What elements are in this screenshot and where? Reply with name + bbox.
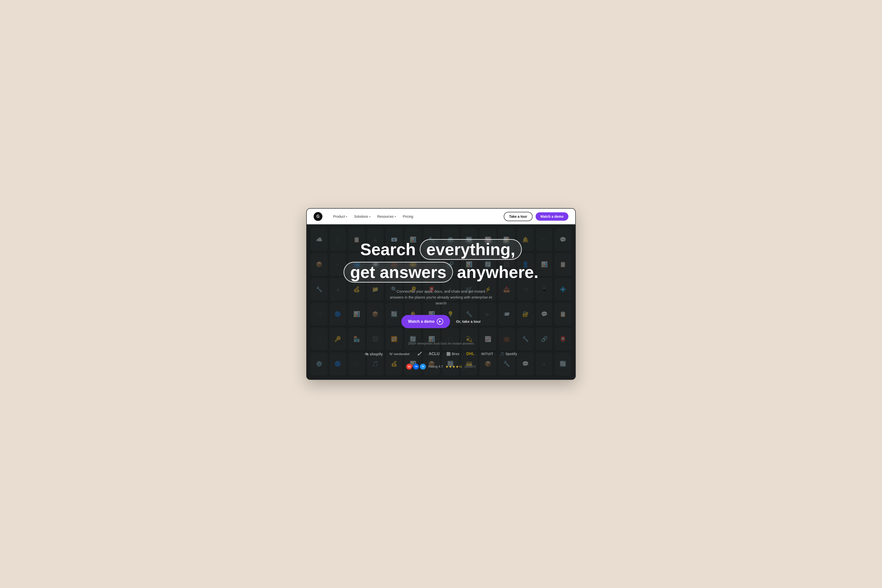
rating-count: (2000+) xyxy=(464,364,476,368)
bg-icon: 💬 xyxy=(554,228,571,251)
logo-nike: ✓ xyxy=(416,350,422,358)
nav-item-solutions[interactable]: Solutions ▾ xyxy=(351,213,373,220)
trust-section: 2500+ enterprises trust Guru for instant… xyxy=(344,342,538,369)
g2-badge: G2 xyxy=(406,364,412,369)
bg-icon: 📋 xyxy=(554,303,571,326)
send-badge: ➤ xyxy=(420,364,426,369)
bg-icon: ⚙️ xyxy=(311,352,328,375)
logo-spotify: 🎵 Spotify xyxy=(500,352,517,356)
logo-brex: ⬜ Brex xyxy=(446,352,459,356)
tr-badge: TR xyxy=(413,364,419,369)
nerdwallet-icon: Ⅳ xyxy=(389,352,392,356)
rating-row: G2 TR ➤ Rating 4.7 ★★★★½ (2000+) xyxy=(344,364,538,369)
bg-icon: 📦 xyxy=(311,253,328,276)
nav-item-pricing[interactable]: Pricing xyxy=(400,213,416,220)
logo-nerdwallet: Ⅳ nerdwallet xyxy=(389,352,409,356)
logo-aclu: ACLU xyxy=(429,352,440,356)
rating-label: Rating 4.7 xyxy=(428,364,443,368)
bg-icon: 📮 xyxy=(554,328,571,351)
spotify-icon: 🎵 xyxy=(500,352,504,356)
pill-answers: get answers xyxy=(344,262,453,283)
play-icon: ▶ xyxy=(437,318,443,325)
bg-icon: 🏷 xyxy=(311,303,328,326)
hero-content: Search everything, get answers anywhere.… xyxy=(344,239,538,369)
logo[interactable]: G xyxy=(314,212,322,221)
take-tour-hero-button[interactable]: Or, take a tour xyxy=(456,320,481,324)
stars: ★★★★½ xyxy=(445,364,462,369)
bg-icon: 📋 xyxy=(554,253,571,276)
navbar: G Product ▾ Solutions ▾ Resources ▾ Pric… xyxy=(307,208,575,224)
logo-shopify: 🛍 shopify xyxy=(365,352,383,356)
nav-item-product[interactable]: Product ▾ xyxy=(330,213,350,220)
watch-demo-hero-button[interactable]: Watch a demo ▶ xyxy=(401,315,450,328)
bg-icon: ⬡ xyxy=(311,328,328,351)
chevron-down-icon: ▾ xyxy=(346,215,347,218)
brex-icon: ⬜ xyxy=(446,352,451,356)
browser-window: G Product ▾ Solutions ▾ Resources ▾ Pric… xyxy=(306,208,576,380)
logos-row: 🛍 shopify Ⅳ nerdwallet ✓ ACLU ⬜ xyxy=(344,350,538,358)
bg-icon: ☁️ xyxy=(311,228,328,251)
nav-item-resources[interactable]: Resources ▾ xyxy=(374,213,399,220)
nav-actions: Take a tour Watch a demo xyxy=(504,212,568,221)
bg-icon: 🔧 xyxy=(311,278,328,301)
take-tour-button[interactable]: Take a tour xyxy=(504,212,533,221)
headline-line2: get answers anywhere. xyxy=(344,262,538,283)
logo-dhl: DHL xyxy=(466,352,474,356)
rating-badges: G2 TR ➤ xyxy=(406,364,426,369)
chevron-down-icon: ▾ xyxy=(395,215,396,218)
nav-links: Product ▾ Solutions ▾ Resources ▾ Pricin… xyxy=(330,213,496,220)
headline-line1: Search everything, xyxy=(344,239,538,260)
chevron-down-icon: ▾ xyxy=(369,215,370,218)
shopify-icon: 🛍 xyxy=(365,352,368,356)
hero-subtitle: Connect all your apps, docs, and chats a… xyxy=(389,288,493,306)
headline-anywhere: anywhere. xyxy=(457,263,538,281)
hero-cta-row: Watch a demo ▶ Or, take a tour xyxy=(344,315,538,328)
hero-headline: Search everything, get answers anywhere. xyxy=(344,239,538,283)
logo-intuit: INTUIT xyxy=(481,352,493,356)
headline-search: Search xyxy=(360,240,416,259)
hero-section: ☁️⬡📋▲📧📊🔧⚙️🔄📈📝🔔↩💬📦✓👥📨💼💳🗂🔗📊🔄🅱👤📊📋🔧▲💰📁🔍🔑📮♟🛒⚡… xyxy=(307,224,575,380)
bg-icon: 💠 xyxy=(554,278,571,301)
bg-icon: 🔄 xyxy=(554,352,571,375)
trust-text: 2500+ enterprises trust Guru for instant… xyxy=(344,342,538,345)
pill-everything: everything, xyxy=(420,239,522,260)
watch-demo-nav-button[interactable]: Watch a demo xyxy=(536,212,568,220)
